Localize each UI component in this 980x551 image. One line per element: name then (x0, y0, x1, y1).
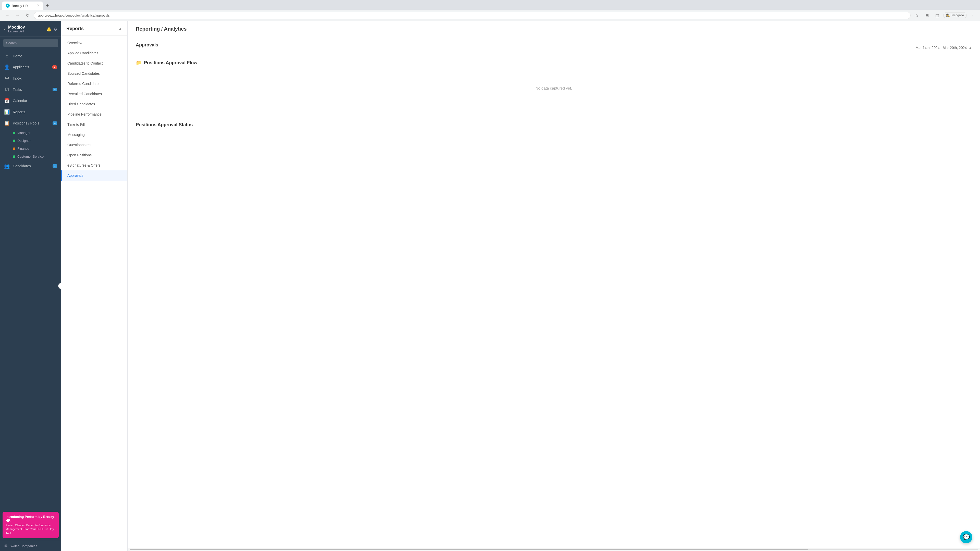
back-button[interactable]: ← (3, 11, 11, 19)
content-top-bar: Reporting / Analytics (127, 21, 980, 36)
more-button[interactable]: ⋮ (969, 11, 977, 19)
reports-nav: Overview Applied Candidates Candidates t… (61, 36, 127, 183)
split-button[interactable]: ◫ (933, 11, 941, 19)
reports-nav-referred-candidates[interactable]: Referred Candidates (61, 79, 127, 89)
incognito-label: Incognito (951, 14, 964, 17)
sidebar-item-label-calendar: Calendar (13, 99, 57, 103)
sub-item-finance[interactable]: Finance (13, 144, 61, 152)
reports-nav-approvals[interactable]: Approvals (61, 170, 127, 181)
reports-panel-title: Reports (66, 26, 84, 32)
no-data-text: No data captured yet. (535, 86, 572, 90)
designer-dot (13, 140, 15, 142)
reports-nav-hired-candidates[interactable]: Hired Candidates (61, 99, 127, 109)
section-title: Approvals (136, 42, 158, 48)
promo-description: Easier, Cleaner, Better Performance Mana… (6, 524, 56, 535)
finance-dot (13, 148, 15, 150)
approval-flow-section: 📁 Positions Approval Flow No data captur… (136, 60, 972, 106)
candidates-icon: 👥 (4, 163, 10, 169)
reports-nav-sourced-candidates[interactable]: Sourced Candidates (61, 68, 127, 79)
reports-nav-applied-candidates[interactable]: Applied Candidates (61, 48, 127, 58)
bookmark-button[interactable]: ☆ (913, 11, 921, 19)
reports-panel-collapse[interactable]: ▲ (118, 27, 122, 31)
sidebar-item-home[interactable]: ⌂ Home (0, 51, 61, 62)
positions-icon: 📋 (4, 121, 10, 126)
sidebar-back-button[interactable]: ‹ (4, 27, 6, 32)
customer-service-label: Customer Service (18, 155, 44, 159)
sidebar-item-calendar[interactable]: 📅 Calendar (0, 95, 61, 106)
reports-nav-pipeline-performance[interactable]: Pipeline Performance (61, 109, 127, 119)
approval-flow-empty: No data captured yet. (136, 71, 972, 106)
reports-nav-questionnaires[interactable]: Questionnaires (61, 140, 127, 150)
switch-companies[interactable]: ♻ Switch Companies (0, 541, 61, 551)
scrollbar-track (130, 549, 978, 550)
sub-item-customer-service[interactable]: Customer Service (13, 152, 61, 160)
active-tab[interactable]: B Breezy HR × (2, 2, 43, 10)
sidebar-brand: Moodjoy Lauren Dell (8, 25, 44, 33)
approval-flow-title: 📁 Positions Approval Flow (136, 60, 972, 65)
tasks-badge: + (52, 88, 57, 91)
manager-dot (13, 132, 15, 134)
notification-icon[interactable]: 🔔 (46, 27, 52, 32)
positions-badge: + (52, 121, 57, 125)
sidebar-search (0, 37, 61, 49)
date-range[interactable]: Mar 14th, 2024 - Mar 20th, 2024 ▲ (915, 46, 972, 50)
inbox-icon: ✉ (4, 76, 10, 81)
applicants-icon: 👤 (4, 64, 10, 70)
reports-nav-esignatures-offers[interactable]: eSignatures & Offers (61, 160, 127, 170)
sidebar-header-icons: 🔔 ⚙ (46, 27, 57, 32)
approval-status-title: Positions Approval Status (136, 122, 972, 127)
sub-item-manager[interactable]: Manager (13, 129, 61, 137)
applicants-badge: 7 (52, 65, 57, 69)
content-body: Approvals Mar 14th, 2024 - Mar 20th, 202… (127, 36, 980, 139)
reports-nav-messaging[interactable]: Messaging (61, 130, 127, 140)
finance-label: Finance (18, 147, 29, 151)
reports-nav-overview[interactable]: Overview (61, 38, 127, 48)
sidebar-item-label-candidates: Candidates (13, 164, 49, 168)
sidebar-header: ‹ Moodjoy Lauren Dell 🔔 ⚙ (0, 21, 61, 37)
calendar-icon: 📅 (4, 98, 10, 103)
search-input[interactable] (3, 39, 58, 47)
page-title: Reporting / Analytics (136, 26, 186, 32)
switch-icon: ♻ (4, 544, 8, 548)
new-tab-button[interactable]: + (44, 2, 51, 9)
reports-panel-header: Reports ▲ (61, 21, 127, 36)
chat-button[interactable]: 💬 (960, 531, 972, 543)
url-text: app.breezy.hr/app/c/moodjoy/analytics/ap… (38, 14, 110, 17)
brand-user: Lauren Dell (8, 30, 44, 33)
reports-nav-candidates-to-contact[interactable]: Candidates to Contact (61, 58, 127, 68)
address-bar[interactable]: app.breezy.hr/app/c/moodjoy/analytics/ap… (34, 12, 911, 19)
sidebar-item-reports[interactable]: 📊 Reports (0, 106, 61, 118)
sub-item-designer[interactable]: Designer (13, 137, 61, 144)
reports-nav-time-to-fill[interactable]: Time to Fill (61, 119, 127, 130)
reports-icon: 📊 (4, 109, 10, 115)
promo-banner[interactable]: Introducing Perform by Breezy HR Easier,… (3, 512, 59, 538)
sidebar-item-positions[interactable]: 📋 Positions / Pools + (0, 118, 61, 129)
scrollbar-thumb (130, 549, 808, 550)
reports-nav-open-positions[interactable]: Open Positions (61, 150, 127, 160)
reports-nav-recruited-candidates[interactable]: Recruited Candidates (61, 89, 127, 99)
settings-icon[interactable]: ⚙ (54, 27, 57, 32)
promo-title: Introducing Perform by Breezy HR (6, 515, 56, 522)
date-range-arrow[interactable]: ▲ (969, 46, 972, 49)
sidebar-item-applicants[interactable]: 👤 Applicants 7 (0, 62, 61, 73)
forward-button[interactable]: → (13, 11, 21, 19)
sidebar-item-tasks[interactable]: ☑ Tasks + (0, 84, 61, 95)
incognito-icon: 🕵 (946, 14, 950, 17)
brand-name: Moodjoy (8, 25, 44, 30)
horizontal-scrollbar[interactable] (127, 548, 980, 551)
tab-title: Breezy HR (12, 4, 28, 8)
extensions-button[interactable]: ⊞ (923, 11, 931, 19)
designer-label: Designer (18, 139, 30, 143)
approval-flow-title-text: Positions Approval Flow (144, 60, 197, 65)
reload-button[interactable]: ↻ (24, 11, 32, 19)
chat-icon: 💬 (963, 534, 970, 540)
content-area: Reporting / Analytics Approvals Mar 14th… (127, 21, 980, 551)
main-content: Reports ▲ Overview Applied Candidates Ca… (61, 21, 980, 551)
tab-close-button[interactable]: × (37, 3, 39, 8)
reports-panel: Reports ▲ Overview Applied Candidates Ca… (61, 21, 127, 551)
sidebar-item-inbox[interactable]: ✉ Inbox (0, 73, 61, 84)
sidebar: ‹ Moodjoy Lauren Dell 🔔 ⚙ ⌂ Home 👤 Appli… (0, 21, 61, 551)
tab-favicon: B (6, 3, 10, 8)
sidebar-item-candidates[interactable]: 👥 Candidates + (0, 160, 61, 171)
sidebar-item-label-reports: Reports (13, 110, 57, 114)
